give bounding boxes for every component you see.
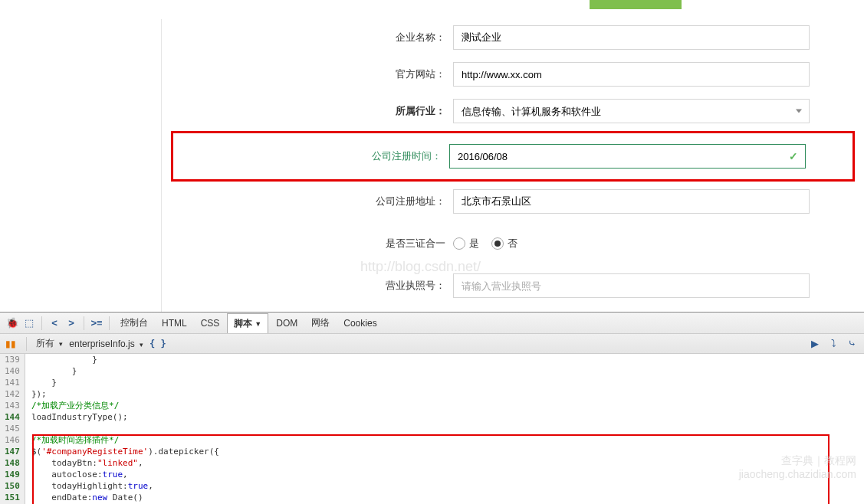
- register-address-input[interactable]: [453, 189, 810, 214]
- license-no-input[interactable]: [453, 273, 810, 298]
- bottom-watermark: 查字典｜教程网 jiaocheng.chazidian.com: [739, 453, 856, 481]
- file-dropdown[interactable]: enterpriseInfo.js ▾: [69, 339, 143, 349]
- register-time-label: 公司注册时间：: [176, 149, 449, 163]
- radio-yes[interactable]: 是: [453, 237, 479, 250]
- register-time-highlight: 公司注册时间： ✓: [171, 131, 855, 182]
- website-input[interactable]: [453, 62, 810, 87]
- tab-css[interactable]: CSS: [195, 315, 226, 332]
- continue-icon[interactable]: ▶: [807, 336, 823, 352]
- tab-cookies[interactable]: Cookies: [337, 315, 383, 332]
- website-label: 官方网站：: [177, 67, 453, 81]
- nav-back-icon[interactable]: <: [47, 316, 62, 331]
- firebug-icon[interactable]: 🐞: [5, 316, 20, 331]
- three-in-one-label: 是否三证合一: [177, 237, 453, 250]
- company-name-label: 企业名称：: [177, 31, 453, 44]
- industry-select[interactable]: 信息传输、计算机服务和软件业: [453, 99, 810, 123]
- devtools-toolbar: 🐞 ⬚ < > >≡ 控制台 HTML CSS 脚本▼ DOM 网络 Cooki…: [0, 313, 864, 334]
- step-over-icon[interactable]: ⤵: [826, 336, 841, 352]
- console-toggle-icon[interactable]: >≡: [89, 316, 104, 331]
- form-container: 企业名称： 官方网站： 所属行业： 信息传输、计算机服务和软件业 公司注册时间：…: [161, 19, 864, 312]
- register-address-label: 公司注册地址：: [177, 195, 453, 208]
- chevron-down-icon: ▼: [255, 320, 261, 328]
- license-no-label: 营业执照号：: [177, 279, 453, 293]
- radio-no[interactable]: 否: [491, 237, 517, 250]
- devtools-panel: 🐞 ⬚ < > >≡ 控制台 HTML CSS 脚本▼ DOM 网络 Cooki…: [0, 312, 864, 504]
- inspect-icon[interactable]: ⬚: [21, 316, 37, 331]
- tab-dom[interactable]: DOM: [270, 315, 304, 332]
- register-time-input[interactable]: [449, 144, 806, 169]
- devtools-subbar: ▮▮ 所有 ▾ enterpriseInfo.js ▾ { } ▶ ⤵ ⤷: [0, 334, 864, 354]
- tab-console[interactable]: 控制台: [114, 313, 154, 332]
- top-action-button[interactable]: [590, 0, 682, 9]
- filter-dropdown[interactable]: 所有 ▾: [36, 337, 63, 350]
- industry-label: 所属行业：: [177, 104, 453, 118]
- pretty-print-icon[interactable]: { }: [149, 339, 166, 349]
- line-gutter: 1391401411421431441451461471481491501511…: [0, 354, 25, 504]
- tab-html[interactable]: HTML: [156, 315, 193, 332]
- step-into-icon[interactable]: ⤷: [844, 336, 859, 352]
- nav-forward-icon[interactable]: >: [64, 316, 79, 331]
- pause-icon[interactable]: ▮▮: [5, 338, 17, 350]
- tab-network[interactable]: 网络: [305, 313, 336, 332]
- code-editor[interactable]: 1391401411421431441451461471481491501511…: [0, 354, 864, 504]
- tab-script[interactable]: 脚本▼: [227, 313, 268, 333]
- code-content: } } } }); /*加载产业分类信息*/ loadIndustryType(…: [25, 354, 864, 504]
- check-icon: ✓: [789, 150, 798, 162]
- company-name-input[interactable]: [453, 25, 810, 50]
